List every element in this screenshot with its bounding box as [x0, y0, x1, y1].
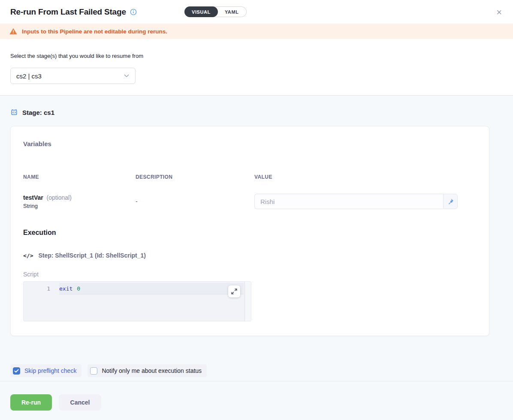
modal-header: Re-run From Last Failed Stage VISUAL YAM… — [0, 0, 513, 24]
pin-icon[interactable] — [443, 194, 458, 209]
notify-only-me-checkbox[interactable] — [90, 367, 97, 375]
step-label: Step: ShellScript_1 (Id: ShellScript_1) — [38, 252, 146, 259]
options-row: Skip preflight check Notify only me abou… — [10, 364, 503, 377]
visual-yaml-toggle: VISUAL YAML — [184, 6, 247, 17]
stage-header: Stage: cs1 — [0, 96, 513, 116]
editor-line-number: 1 — [24, 285, 50, 292]
stage-select-dropdown[interactable]: cs2 | cs3 — [10, 68, 136, 84]
column-header-name: NAME — [23, 174, 136, 180]
table-row: testVar (optional) String - — [23, 194, 477, 209]
skip-preflight-checkbox[interactable] — [13, 367, 20, 375]
stage-card: Variables NAME DESCRIPTION VALUE testVar… — [10, 126, 489, 336]
variables-table-header: NAME DESCRIPTION VALUE — [23, 174, 477, 180]
stage-select-value: cs2 | cs3 — [16, 72, 42, 80]
warning-triangle-icon — [9, 28, 17, 35]
notify-only-me-label: Notify only me about execution status — [102, 367, 202, 374]
skip-preflight-label: Skip preflight check — [24, 367, 76, 374]
editor-current-line: exit 0 — [59, 283, 244, 294]
warning-text: Inputs to this Pipeline are not editable… — [22, 28, 167, 35]
step-row: </> Step: ShellScript_1 (Id: ShellScript… — [23, 252, 477, 259]
script-label: Script — [23, 271, 477, 278]
code-argument: 0 — [77, 285, 80, 292]
column-header-value: VALUE — [254, 174, 477, 180]
variable-type: String — [23, 203, 136, 209]
variable-value-cell — [254, 194, 458, 209]
rerun-button[interactable]: Re-run — [10, 394, 52, 411]
action-buttons: Re-run Cancel — [0, 381, 513, 411]
execution-heading: Execution — [23, 229, 477, 237]
column-header-description: DESCRIPTION — [136, 174, 254, 180]
stage-title: Stage: cs1 — [22, 109, 54, 116]
variable-name: testVar — [23, 194, 43, 201]
toggle-visual[interactable]: VISUAL — [184, 6, 218, 17]
warning-banner: Inputs to this Pipeline are not editable… — [0, 24, 513, 39]
notify-only-me-option[interactable]: Notify only me about execution status — [88, 364, 207, 377]
info-icon[interactable] — [130, 9, 137, 15]
stage-form-section: Stage: cs1 Variables NAME DESCRIPTION VA… — [0, 96, 513, 420]
chevron-down-icon — [124, 74, 129, 78]
toggle-yaml[interactable]: YAML — [217, 6, 246, 17]
cancel-button[interactable]: Cancel — [59, 394, 101, 411]
variable-name-cell: testVar (optional) String — [23, 194, 136, 209]
code-step-icon: </> — [23, 252, 33, 259]
close-icon[interactable]: × — [496, 8, 502, 17]
skip-preflight-option[interactable]: Skip preflight check — [10, 364, 81, 377]
editor-scrollbar[interactable] — [244, 282, 251, 321]
variable-value-input[interactable] — [254, 194, 443, 209]
stage-select-label: Select the stage(s) that you would like … — [10, 53, 503, 59]
page-title: Re-run From Last Failed Stage — [10, 7, 126, 17]
expand-editor-button[interactable] — [228, 285, 240, 297]
custom-stage-icon — [10, 108, 18, 116]
variable-optional: (optional) — [46, 194, 71, 201]
script-code-editor[interactable]: exit 0 1 — [23, 281, 251, 321]
variable-description: - — [136, 198, 254, 205]
stage-select-section: Select the stage(s) that you would like … — [0, 39, 513, 96]
expand-icon — [231, 288, 237, 294]
variables-heading: Variables — [23, 140, 477, 147]
code-keyword: exit — [59, 285, 72, 292]
